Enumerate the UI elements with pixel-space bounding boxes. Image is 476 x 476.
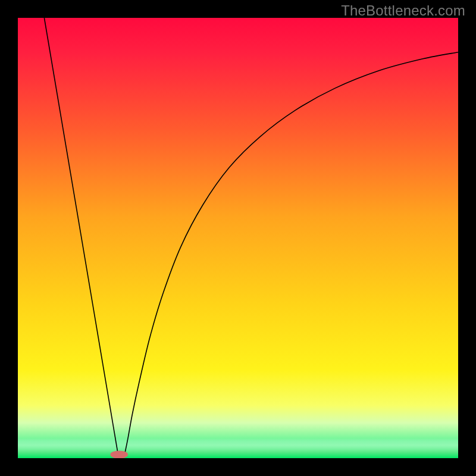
gradient-background (18, 18, 458, 458)
watermark-label: TheBottleneck.com (341, 2, 465, 19)
chart-container: TheBottleneck.com (0, 0, 476, 476)
plot-area (18, 18, 458, 458)
success-band (18, 439, 458, 458)
chart-svg (18, 18, 458, 458)
